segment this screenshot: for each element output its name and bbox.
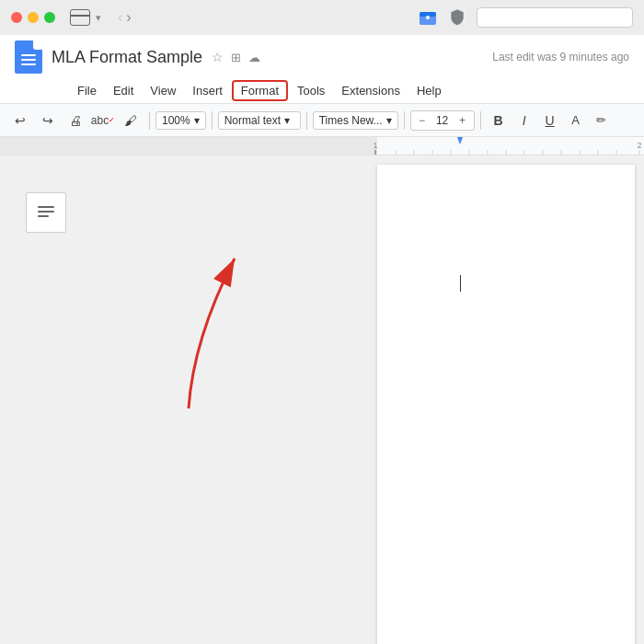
- titlebar: ▾ ‹ ›: [0, 0, 644, 35]
- doc-header: MLA Format Sample ☆ ⊞ ☁ Last edit was 9 …: [0, 35, 644, 104]
- ruler-ticks: 1 2: [0, 137, 644, 155]
- menubar: File Edit View Insert Format Tools Exten…: [15, 77, 629, 103]
- toolbar: ↩ ↪ 🖨 abc✓ 🖌 100% ▾ Normal text ▾ Times …: [0, 104, 644, 137]
- page-thumbnail[interactable]: [26, 192, 66, 233]
- spellcheck-button[interactable]: abc✓: [90, 108, 116, 133]
- star-icon[interactable]: ☆: [212, 50, 224, 64]
- drive-mini-icon[interactable]: ⊞: [231, 51, 241, 64]
- style-select[interactable]: Normal text ▾: [218, 111, 301, 130]
- ruler: 1 2: [0, 137, 644, 155]
- svg-text:2: 2: [637, 141, 641, 150]
- svg-text:1: 1: [373, 141, 377, 150]
- menu-view[interactable]: View: [143, 82, 183, 99]
- redo-button[interactable]: ↪: [35, 108, 61, 133]
- doc-icon-line: [21, 63, 36, 65]
- nav-arrows: ‹ ›: [118, 9, 132, 26]
- cloud-icon[interactable]: ☁: [248, 51, 260, 64]
- shield-icon[interactable]: [447, 7, 467, 28]
- search-bar[interactable]: [477, 7, 633, 28]
- forward-arrow[interactable]: ›: [126, 9, 131, 26]
- separator: [212, 111, 213, 130]
- doc-title: MLA Format Sample: [52, 48, 202, 67]
- paint-format-button[interactable]: 🖌: [118, 108, 144, 133]
- window-layout-icon[interactable]: [70, 9, 90, 26]
- doc-icon-line: [21, 59, 36, 61]
- left-panel: [0, 155, 368, 644]
- last-edit-text: Last edit was 9 minutes ago: [492, 51, 629, 63]
- separator: [404, 111, 405, 130]
- menu-edit[interactable]: Edit: [106, 82, 141, 99]
- docs-logo: [15, 40, 42, 74]
- menu-extensions[interactable]: Extensions: [334, 82, 408, 99]
- font-arrow: ▾: [386, 114, 392, 127]
- window-layout-arrow: ▾: [96, 12, 101, 24]
- font-size-increase[interactable]: +: [455, 113, 470, 128]
- italic-button[interactable]: I: [512, 109, 536, 132]
- separator: [480, 111, 481, 130]
- undo-button[interactable]: ↩: [7, 108, 33, 133]
- svg-rect-23: [38, 215, 49, 217]
- svg-point-2: [426, 16, 430, 19]
- font-size-control: − 12 +: [410, 110, 475, 131]
- back-arrow[interactable]: ‹: [118, 9, 122, 26]
- close-button[interactable]: [11, 12, 22, 23]
- zoom-arrow: ▾: [194, 114, 200, 127]
- font-select[interactable]: Times New... ▾: [313, 111, 398, 130]
- menu-insert[interactable]: Insert: [185, 82, 230, 99]
- main-area: [0, 155, 644, 644]
- list-icon: [35, 201, 57, 224]
- svg-rect-21: [38, 206, 54, 208]
- font-size-decrease[interactable]: −: [415, 113, 430, 128]
- traffic-lights: [11, 12, 55, 23]
- drive-icon[interactable]: [418, 7, 438, 28]
- menu-help[interactable]: Help: [409, 82, 449, 99]
- title-icons: ☆ ⊞ ☁: [212, 50, 260, 64]
- svg-marker-7: [457, 137, 463, 144]
- underline-button[interactable]: U: [538, 109, 562, 132]
- zoom-control[interactable]: 100% ▾: [155, 111, 206, 130]
- menu-file[interactable]: File: [70, 82, 104, 99]
- svg-rect-22: [38, 211, 54, 213]
- doc-page[interactable]: [377, 165, 635, 644]
- style-arrow: ▾: [284, 114, 290, 127]
- highlight-button[interactable]: ✏: [590, 109, 614, 132]
- menu-format[interactable]: Format: [232, 80, 288, 101]
- bold-button[interactable]: B: [487, 109, 511, 132]
- minimize-button[interactable]: [28, 12, 39, 23]
- zoom-value: 100%: [162, 114, 190, 127]
- text-cursor: [460, 275, 461, 292]
- text-color-button[interactable]: A: [564, 109, 588, 132]
- doc-title-row: MLA Format Sample ☆ ⊞ ☁ Last edit was 9 …: [15, 40, 629, 77]
- font-value: Times New...: [319, 114, 383, 127]
- print-button[interactable]: 🖨: [63, 108, 88, 133]
- style-value: Normal text: [224, 114, 281, 127]
- font-size-value: 12: [431, 114, 454, 127]
- menu-tools[interactable]: Tools: [290, 82, 332, 99]
- doc-icon-line: [21, 54, 36, 56]
- maximize-button[interactable]: [44, 12, 55, 23]
- separator: [306, 111, 307, 130]
- separator: [149, 111, 150, 130]
